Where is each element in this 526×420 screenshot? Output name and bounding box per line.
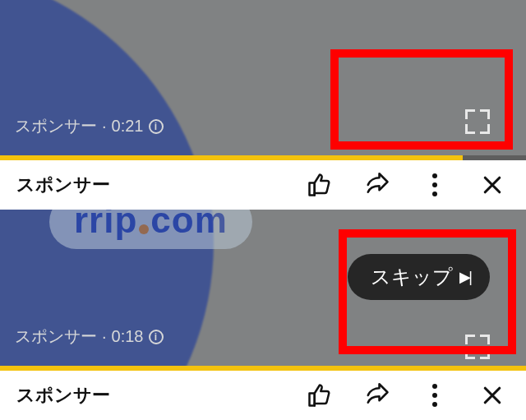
ad-video-mid: rripcom スキップ ▶| スポンサー · 0:18 i [0,210,526,371]
sponsor-indicator: スポンサー · 0:18 i [15,325,164,348]
brand-logo-dot-icon [139,224,149,234]
sponsor-label: スポンサー [15,325,97,348]
ad-remaining-time: 0:21 [112,117,144,136]
brand-logo-pill: rripcom [49,210,252,249]
separator-dot: · [102,327,107,346]
like-icon[interactable] [307,383,332,408]
sponsor-indicator: スポンサー · 0:21 i [15,115,164,137]
share-icon[interactable] [365,383,390,408]
ad-action-bar: スポンサー [0,371,526,420]
brand-logo-text-left: rrip [74,210,137,240]
ad-action-bar: スポンサー [0,160,526,210]
brand-logo-text-right: com [150,210,227,240]
annotation-highlight-box [339,229,516,354]
ad-video-top: スポンサー · 0:21 i [0,0,526,160]
info-icon[interactable]: i [149,330,164,344]
info-icon[interactable]: i [149,119,164,134]
annotation-highlight-box [330,49,513,150]
separator-dot: · [102,117,107,136]
sponsor-label: スポンサー [15,115,97,137]
sponsor-bar-label: スポンサー [16,383,110,408]
more-icon[interactable] [422,173,447,197]
share-icon[interactable] [365,173,390,197]
ad-remaining-time: 0:18 [112,327,144,346]
close-icon[interactable] [480,173,505,197]
more-icon[interactable] [422,383,447,408]
like-icon[interactable] [307,173,332,197]
close-icon[interactable] [480,383,505,408]
sponsor-bar-label: スポンサー [16,173,110,197]
